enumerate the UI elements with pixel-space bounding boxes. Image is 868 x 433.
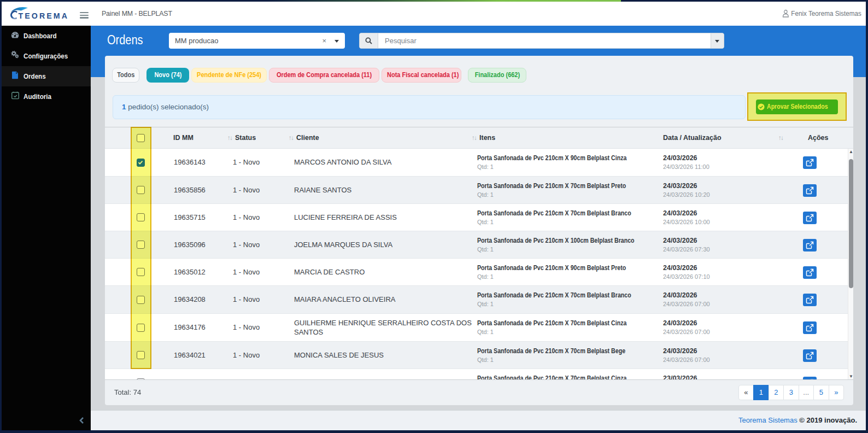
svg-text:TEOREMA: TEOREMA (19, 11, 69, 20)
